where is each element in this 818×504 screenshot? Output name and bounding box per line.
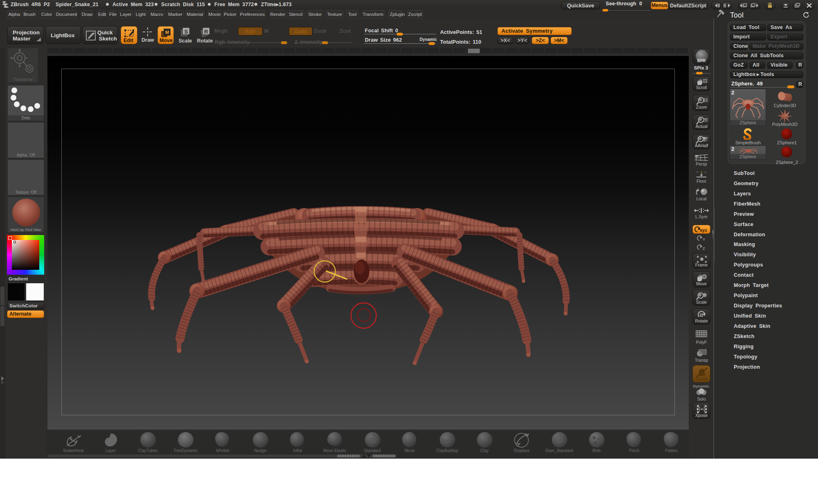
svg-text:xyz: xyz — [700, 228, 707, 233]
svg-text:x: x — [697, 170, 698, 173]
svg-text:R: R — [204, 29, 208, 35]
svg-text:x1: x1 — [704, 119, 707, 122]
svg-text:Z: Z — [703, 246, 705, 251]
svg-text:M: M — [165, 30, 169, 35]
svg-text:Y: Y — [703, 237, 705, 242]
svg-text:S: S — [184, 29, 188, 35]
svg-text:y: y — [701, 170, 702, 174]
svg-text:z: z — [705, 170, 706, 173]
